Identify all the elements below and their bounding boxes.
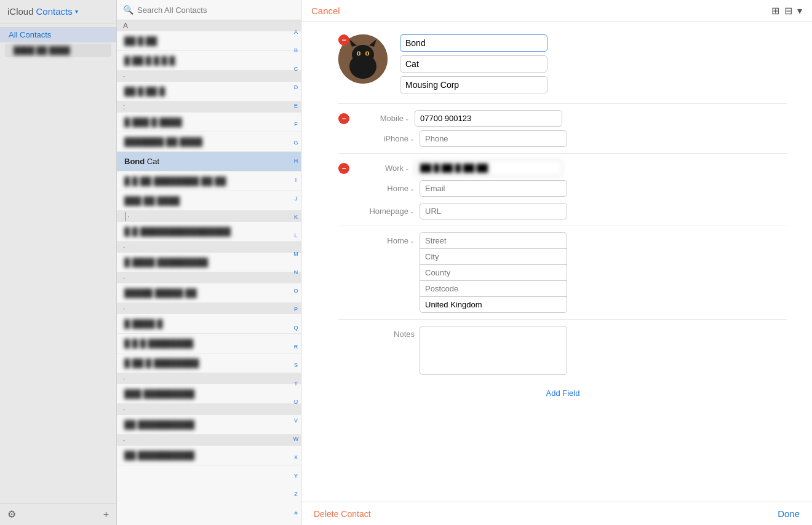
mobile-phone-row: − Mobile ⌄ [338, 110, 787, 127]
section-header-a: A [117, 20, 301, 31]
list-item[interactable]: █ ████ █ [117, 314, 301, 334]
add-field-row: Add Field [338, 381, 787, 405]
homepage-label[interactable]: Homepage ⌄ [359, 207, 415, 216]
section-header-dot4: · [117, 303, 301, 314]
home-address-chevron-icon: ⌄ [410, 238, 415, 244]
search-bar: 🔍 [117, 0, 301, 20]
cancel-button[interactable]: Cancel [311, 6, 340, 16]
contact-list: 🔍 A B C D E F G H I J K L M N O P Q R S … [117, 0, 301, 525]
address-row: Home ⌄ [338, 232, 787, 313]
chevron-down-icon[interactable]: ▾ [75, 8, 78, 15]
remove-mobile-button[interactable]: − [338, 113, 349, 124]
home-email-row: Home ⌄ [338, 180, 787, 197]
mobile-phone-input[interactable] [415, 110, 562, 127]
photo-wrapper: − [338, 34, 388, 84]
share-icon[interactable]: ⊞ [771, 5, 779, 17]
company-input[interactable] [400, 76, 547, 93]
address-fields [420, 232, 567, 313]
city-input[interactable] [420, 248, 567, 265]
sidebar-selected-group: ████ ██ ████ [5, 44, 111, 57]
search-input[interactable] [137, 6, 295, 15]
list-item[interactable]: █ ███ █ ████ [117, 112, 301, 132]
country-input[interactable] [420, 296, 567, 313]
work-email-input[interactable] [415, 160, 562, 176]
notes-textarea[interactable] [420, 326, 567, 375]
sidebar-footer: ⚙ + [0, 503, 116, 525]
search-icon: 🔍 [123, 5, 133, 15]
iphone-chevron-icon: ⌄ [410, 136, 415, 142]
svg-point-8 [367, 52, 368, 55]
list-item[interactable]: ███████ ██ ████ [117, 132, 301, 152]
home-address-label[interactable]: Home ⌄ [359, 236, 415, 245]
phone-section: − Mobile ⌄ iPhone ⌄ [338, 110, 787, 147]
notes-row: Notes [338, 326, 787, 375]
contact-photo-row: − [338, 34, 787, 93]
all-contacts-label: All Contacts [9, 30, 51, 39]
list-item[interactable]: █ ████ █████████ [117, 253, 301, 272]
postcode-input[interactable] [420, 280, 567, 297]
app-header: iCloud Contacts ▾ [0, 0, 116, 23]
county-input[interactable] [420, 264, 567, 281]
email-section: − Work ⌄ Home ⌄ [338, 160, 787, 197]
work-chevron-icon: ⌄ [405, 165, 410, 172]
name-fields [400, 34, 787, 93]
contacts-label[interactable]: Contacts [36, 6, 73, 17]
homepage-row: Homepage ⌄ [338, 203, 787, 219]
section-header-dot: · [117, 71, 301, 82]
edit-body: − − Mobile ⌄ iPhone [301, 22, 812, 502]
home-email-input[interactable] [420, 180, 567, 197]
iphone-label[interactable]: iPhone ⌄ [359, 134, 415, 143]
settings-button[interactable]: ⚙ [7, 508, 16, 520]
list-item-bond-cat[interactable]: Bond Cat [117, 152, 301, 172]
alpha-index: A B C D E F G H I J K L M N O P Q R S T … [291, 20, 301, 525]
remove-photo-button[interactable]: − [338, 34, 349, 45]
icloud-label: iCloud [7, 6, 34, 17]
section-header-dot3: · [117, 272, 301, 283]
homepage-input[interactable] [420, 203, 567, 219]
list-item[interactable]: █ ██ █ ████████ [117, 353, 301, 373]
separator-3 [338, 226, 787, 226]
add-contact-button[interactable]: + [103, 509, 109, 520]
home-email-label[interactable]: Home ⌄ [359, 184, 415, 193]
sidebar: iCloud Contacts ▾ All Contacts ████ ██ █… [0, 0, 117, 525]
list-item[interactable]: ██ █ ██ [117, 31, 301, 51]
section-header-dot5: · [117, 373, 301, 384]
separator-4 [338, 319, 787, 320]
list-item[interactable]: ██ ██████████ [117, 446, 301, 465]
sidebar-item-all-contacts[interactable]: All Contacts [0, 27, 116, 42]
list-item[interactable]: █ █ ██ ████████ ██ ██ [117, 172, 301, 191]
section-header-dot7: · [117, 435, 301, 446]
address-section: Home ⌄ [338, 232, 787, 313]
svg-point-7 [358, 52, 359, 55]
last-name-input[interactable] [400, 55, 547, 73]
sidebar-nav: All Contacts ████ ██ ████ [0, 23, 116, 62]
list-item[interactable]: ██ ██████████ [117, 415, 301, 435]
first-name-input[interactable] [400, 34, 547, 52]
url-section: Homepage ⌄ [338, 203, 787, 219]
list-item[interactable]: ██ █ ██ █ [117, 82, 301, 101]
done-button[interactable]: Done [778, 508, 800, 519]
mobile-chevron-icon: ⌄ [405, 116, 410, 122]
list-item[interactable]: █ █ █ ████████ [117, 334, 301, 353]
list-item[interactable]: ███ █████████ [117, 384, 301, 404]
add-field-button[interactable]: Add Field [546, 389, 580, 398]
remove-work-email-button[interactable]: − [338, 163, 349, 174]
list-item[interactable]: █ ██ █ █ █ █ [117, 51, 301, 71]
toolbar-icons: ⊞ ⊟ ▾ [771, 5, 802, 17]
iphone-phone-row: iPhone ⌄ [338, 130, 787, 147]
iphone-input[interactable] [420, 130, 567, 147]
dropdown-icon[interactable]: ▾ [797, 5, 802, 17]
work-email-label[interactable]: Work ⌄ [354, 164, 410, 173]
main-header: Cancel ⊞ ⊟ ▾ [301, 0, 812, 22]
export-icon[interactable]: ⊟ [784, 5, 792, 17]
main-panel: Cancel ⊞ ⊟ ▾ [301, 0, 812, 525]
delete-contact-button[interactable]: Delete Contact [314, 509, 371, 519]
section-header-dot6: · [117, 404, 301, 415]
work-email-row: − Work ⌄ [338, 160, 787, 176]
list-item[interactable]: █ █ ████████████████ [117, 222, 301, 242]
list-item[interactable]: █████ █████ ██ [117, 283, 301, 303]
mobile-label[interactable]: Mobile ⌄ [354, 114, 410, 123]
street-input[interactable] [420, 232, 567, 249]
list-item[interactable]: ███ ██ ████ [117, 191, 301, 211]
contact-list-body: A B C D E F G H I J K L M N O P Q R S T … [117, 20, 301, 525]
